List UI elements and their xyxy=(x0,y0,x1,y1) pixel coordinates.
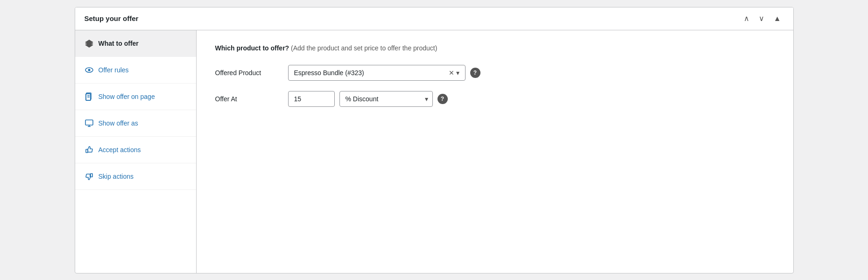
setup-offer-panel: Setup your offer ∧ ∨ ▲ What to offer xyxy=(75,7,794,273)
svg-rect-11 xyxy=(91,174,92,177)
offer-at-row: Offer At % Discount Fixed Price Fixed Di… xyxy=(215,91,775,107)
layers-icon xyxy=(85,39,94,48)
discount-type-wrapper: % Discount Fixed Price Fixed Discount xyxy=(339,91,433,107)
offered-product-value: Espresso Bundle (#323) xyxy=(294,69,364,77)
discount-type-select[interactable]: % Discount Fixed Price Fixed Discount xyxy=(339,91,433,107)
panel-title: Setup your offer xyxy=(85,14,139,22)
eye-icon xyxy=(85,65,94,75)
section-subtitle: (Add the product and set price to offer … xyxy=(291,44,437,52)
svg-point-1 xyxy=(88,69,90,71)
svg-rect-10 xyxy=(86,149,88,153)
sidebar-item-show-offer-on-page[interactable]: Show offer on page xyxy=(75,84,196,110)
collapse-down-button[interactable]: ∨ xyxy=(756,14,767,23)
chevron-down-icon: ▾ xyxy=(456,69,459,77)
sidebar-item-accept-actions[interactable]: Accept actions xyxy=(75,137,196,163)
offered-product-row: Offered Product Espresso Bundle (#323) ✕… xyxy=(215,65,775,81)
monitor-icon xyxy=(85,119,94,128)
sidebar-item-show-offer-as[interactable]: Show offer as xyxy=(75,110,196,137)
header-controls: ∧ ∨ ▲ xyxy=(741,14,784,23)
sidebar-item-show-offer-on-page-label: Show offer on page xyxy=(99,93,155,100)
section-title-text: Which product to offer? xyxy=(215,44,289,52)
thumb-down-icon xyxy=(85,172,94,181)
offer-at-help-icon[interactable]: ? xyxy=(438,94,448,104)
sidebar: What to offer Offer rules xyxy=(75,30,197,273)
main-content: Which product to offer? (Add the product… xyxy=(197,30,793,273)
section-heading: Which product to offer? (Add the product… xyxy=(215,44,775,52)
panel-body: What to offer Offer rules xyxy=(75,30,793,273)
sidebar-item-what-to-offer-label: What to offer xyxy=(99,40,139,47)
sidebar-item-show-offer-as-label: Show offer as xyxy=(99,119,138,127)
thumb-up-icon xyxy=(85,145,94,154)
offered-product-controls: Espresso Bundle (#323) ✕ ▾ ? xyxy=(288,65,480,81)
sidebar-item-offer-rules[interactable]: Offer rules xyxy=(75,57,196,84)
offered-product-label: Offered Product xyxy=(215,69,281,77)
collapse-up-button[interactable]: ∧ xyxy=(741,14,752,23)
sidebar-item-skip-actions-label: Skip actions xyxy=(99,173,134,180)
panel-header: Setup your offer ∧ ∨ ▲ xyxy=(75,7,793,30)
product-select-icons: ✕ ▾ xyxy=(449,69,459,77)
expand-button[interactable]: ▲ xyxy=(771,14,784,23)
sidebar-item-accept-actions-label: Accept actions xyxy=(99,146,141,154)
sidebar-item-skip-actions[interactable]: Skip actions xyxy=(75,163,196,190)
clear-icon[interactable]: ✕ xyxy=(449,69,454,77)
offered-product-select[interactable]: Espresso Bundle (#323) ✕ ▾ xyxy=(288,65,466,81)
offer-at-input[interactable] xyxy=(288,91,335,107)
svg-rect-7 xyxy=(85,120,93,125)
sidebar-item-offer-rules-label: Offer rules xyxy=(99,66,129,74)
offer-at-controls: % Discount Fixed Price Fixed Discount ? xyxy=(288,91,448,107)
sidebar-item-what-to-offer[interactable]: What to offer xyxy=(75,30,196,57)
offer-at-label: Offer At xyxy=(215,95,281,103)
page-icon xyxy=(85,92,94,101)
offered-product-help-icon[interactable]: ? xyxy=(470,68,480,78)
